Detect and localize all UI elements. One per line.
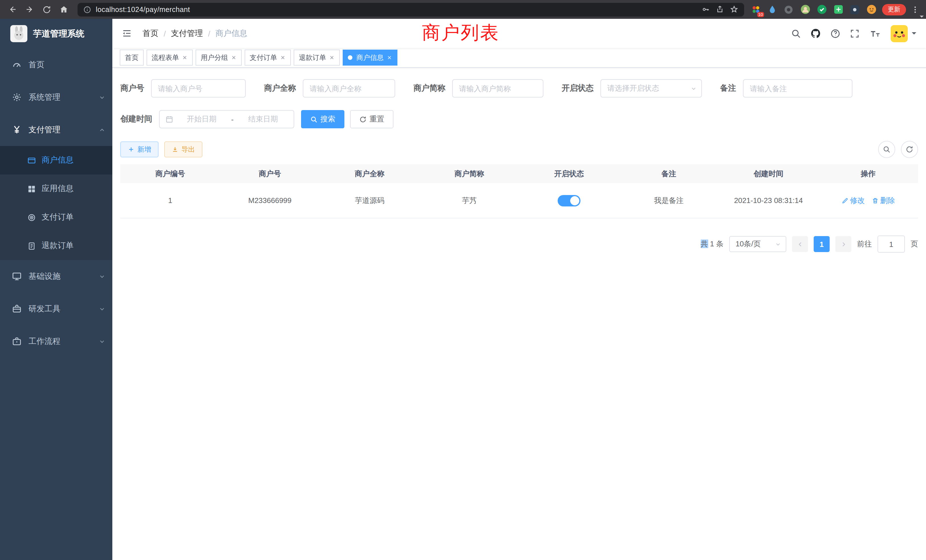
tab-home[interactable]: 首页 xyxy=(120,50,144,65)
page-size-select[interactable]: 10条/页 xyxy=(729,236,786,252)
edit-link[interactable]: 修改 xyxy=(841,195,865,206)
grid-icon xyxy=(27,185,36,193)
document-icon xyxy=(27,242,36,250)
bookmark-star-icon[interactable] xyxy=(730,5,738,14)
browser-menu-icon[interactable] xyxy=(911,5,919,14)
plus-icon xyxy=(128,146,135,153)
chevron-down-icon xyxy=(775,241,781,247)
goto-page-input[interactable] xyxy=(878,236,905,253)
full-name-input[interactable] xyxy=(303,79,395,97)
sidebar-item-workflow[interactable]: 工作流程 xyxy=(0,325,112,357)
create-time-label: 创建时间 xyxy=(120,114,159,124)
col-header: 操作 xyxy=(818,168,918,179)
sidebar-item-system[interactable]: 系统管理 xyxy=(0,81,112,114)
extension-avatar-icon[interactable] xyxy=(799,4,811,15)
browser-reload-button[interactable] xyxy=(39,2,55,17)
fullscreen-icon[interactable] xyxy=(850,28,860,38)
gear-icon xyxy=(11,92,22,102)
search-icon[interactable] xyxy=(791,28,801,38)
tab-pay-order[interactable]: 支付订单 xyxy=(245,50,291,65)
close-icon[interactable] xyxy=(182,55,188,61)
full-name-label: 商户全称 xyxy=(264,83,303,94)
chevron-down-icon xyxy=(98,94,106,101)
delete-link[interactable]: 删除 xyxy=(872,195,895,206)
sidebar-item-app-info[interactable]: 应用信息 xyxy=(0,174,112,203)
edit-pencil-icon xyxy=(841,197,848,204)
reset-button[interactable]: 重置 xyxy=(350,110,393,128)
close-icon[interactable] xyxy=(329,55,335,61)
sidebar-item-refund-order[interactable]: 退款订单 xyxy=(0,232,112,260)
payment-submenu: 商户信息 应用信息 支付订单 xyxy=(0,146,112,260)
extension-gray-icon[interactable] xyxy=(783,4,794,15)
tab-refund-order[interactable]: 退款订单 xyxy=(294,50,340,65)
tab-process-form[interactable]: 流程表单 xyxy=(147,50,193,65)
col-header: 创建时间 xyxy=(719,168,819,179)
date-range-picker[interactable]: 开始日期 - 结束日期 xyxy=(159,110,294,128)
tags-view-bar: 首页 流程表单 用户分组 支付订单 退款订单 xyxy=(112,48,926,68)
close-icon[interactable] xyxy=(231,55,237,61)
extension-colorful-icon[interactable]: 10 xyxy=(750,4,761,15)
docs-question-icon[interactable] xyxy=(830,28,840,38)
sidebar: 芋道管理系统 首页 系统管理 xyxy=(0,19,112,560)
cell-status xyxy=(519,195,619,206)
font-size-icon[interactable] xyxy=(869,28,882,38)
close-icon[interactable] xyxy=(280,55,286,61)
breadcrumb-home[interactable]: 首页 xyxy=(142,28,159,38)
sidebar-item-home[interactable]: 首页 xyxy=(0,48,112,81)
toggle-search-button[interactable] xyxy=(878,141,895,158)
merchant-no-input[interactable] xyxy=(151,79,246,97)
filter-row-1: 商户号 商户全称 商户简称 开启状态 请选择开启状态 xyxy=(120,79,918,97)
sidebar-item-pay-order[interactable]: 支付订单 xyxy=(0,203,112,232)
sidebar-item-dev-tools[interactable]: 研发工具 xyxy=(0,292,112,325)
cell-remark: 我是备注 xyxy=(619,195,719,206)
monitor-icon xyxy=(11,271,22,281)
sidebar-item-merchant-info[interactable]: 商户信息 xyxy=(0,146,112,174)
share-icon[interactable] xyxy=(716,5,724,14)
short-name-input[interactable] xyxy=(452,79,543,97)
profile-avatar-icon[interactable] xyxy=(865,4,877,15)
password-key-icon[interactable] xyxy=(701,5,710,14)
tab-user-group[interactable]: 用户分组 xyxy=(195,50,242,65)
prev-page-button[interactable] xyxy=(792,236,808,252)
sidebar-item-infra[interactable]: 基础设施 xyxy=(0,260,112,292)
status-select[interactable]: 请选择开启状态 xyxy=(601,79,702,97)
hamburger-icon[interactable] xyxy=(121,28,132,39)
status-toggle[interactable] xyxy=(558,195,581,206)
cell-merchant-no: M233666999 xyxy=(220,196,320,205)
app-logo[interactable]: 芋道管理系统 xyxy=(0,19,112,48)
tab-merchant-info[interactable]: 商户信息 xyxy=(343,50,398,65)
chrome-caret-icon[interactable] xyxy=(919,15,924,19)
extension-drop-icon[interactable] xyxy=(766,4,778,15)
browser-home-button[interactable] xyxy=(56,2,72,17)
add-button[interactable]: 新增 xyxy=(120,141,159,157)
page-content: 商户号 商户全称 商户简称 开启状态 请选择开启状态 xyxy=(112,68,926,560)
browser-forward-button[interactable] xyxy=(22,2,38,17)
toolbox-icon xyxy=(11,304,22,314)
breadcrumb: 首页 / 支付管理 / 商户信息 xyxy=(142,28,247,38)
col-header: 商户编号 xyxy=(120,168,220,179)
export-button[interactable]: 导出 xyxy=(164,141,203,157)
github-icon[interactable] xyxy=(810,28,821,39)
address-bar[interactable]: localhost:1024/pay/merchant xyxy=(77,3,744,16)
refresh-table-button[interactable] xyxy=(901,141,918,158)
merchant-table: 商户编号 商户号 商户全称 商户简称 开启状态 备注 创建时间 操作 1 M23… xyxy=(120,164,918,218)
extension-green-circle-icon[interactable] xyxy=(816,4,828,15)
site-info-icon[interactable] xyxy=(83,5,91,14)
page-1-button[interactable]: 1 xyxy=(814,236,830,252)
table-toolbar: 新增 导出 xyxy=(120,141,918,158)
extension-dark-icon[interactable] xyxy=(849,4,861,15)
next-page-button[interactable] xyxy=(835,236,851,252)
browser-back-button[interactable] xyxy=(5,2,21,17)
update-button[interactable]: 更新 xyxy=(882,4,906,15)
user-avatar[interactable] xyxy=(891,25,917,42)
remark-input[interactable] xyxy=(743,79,852,97)
breadcrumb-current: 商户信息 xyxy=(216,28,247,38)
extension-badge: 10 xyxy=(757,12,764,17)
breadcrumb-section[interactable]: 支付管理 xyxy=(171,28,203,38)
target-icon xyxy=(27,213,36,221)
close-icon[interactable] xyxy=(387,55,392,61)
breadcrumb-separator: / xyxy=(208,29,210,38)
sidebar-item-payment[interactable]: 支付管理 xyxy=(0,114,112,146)
extension-green-square-icon[interactable] xyxy=(832,4,844,15)
search-button[interactable]: 搜索 xyxy=(301,110,344,128)
